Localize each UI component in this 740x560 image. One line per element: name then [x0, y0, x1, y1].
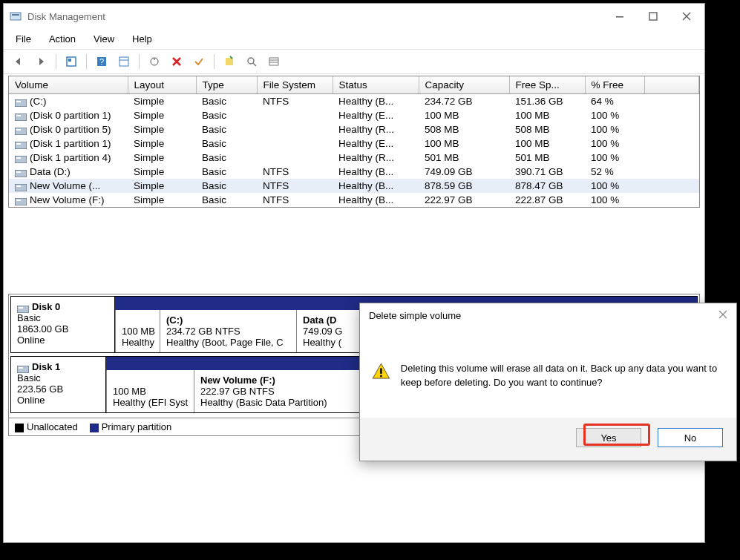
volume-icon	[15, 98, 27, 105]
svg-rect-15	[15, 113, 27, 121]
svg-rect-23	[15, 170, 27, 177]
new-icon[interactable]	[220, 53, 238, 70]
svg-rect-32	[19, 367, 23, 369]
dialog-close-icon[interactable]	[718, 309, 727, 321]
svg-rect-26	[16, 185, 21, 187]
svg-rect-21	[15, 156, 27, 163]
svg-rect-18	[16, 129, 21, 131]
app-icon	[10, 10, 22, 22]
volume-row[interactable]: (Disk 0 partition 5)SimpleBasicHealthy (…	[9, 122, 699, 136]
disk-state: Online	[17, 395, 45, 406]
action-icon[interactable]	[145, 53, 163, 70]
volume-icon	[15, 182, 27, 190]
menu-view[interactable]: View	[86, 30, 122, 47]
window-title: Disk Management	[27, 11, 603, 22]
svg-point-11	[248, 58, 254, 64]
svg-rect-19	[15, 142, 27, 149]
no-button[interactable]: No	[658, 428, 723, 447]
back-button[interactable]	[10, 53, 27, 70]
disk-management-window: Disk Management File Action View Help ? …	[3, 3, 705, 543]
partition[interactable]: Data (D749.09 GHealthy (	[296, 310, 350, 352]
svg-rect-16	[16, 115, 21, 116]
volume-row[interactable]: (C:)SimpleBasicNTFSHealthy (B...234.72 G…	[9, 94, 699, 109]
disk-name: Disk 0	[32, 301, 60, 312]
menu-file[interactable]: File	[8, 30, 39, 47]
svg-rect-3	[649, 13, 657, 20]
minimize-button[interactable]	[603, 5, 636, 27]
delete-icon[interactable]	[168, 53, 186, 70]
settings-icon[interactable]	[115, 53, 133, 70]
help-icon[interactable]: ?	[93, 53, 111, 70]
volume-table[interactable]: VolumeLayoutTypeFile SystemStatusCapacit…	[8, 76, 700, 208]
disk-kind: Basic	[17, 312, 41, 323]
disk-name: Disk 1	[32, 361, 60, 372]
svg-rect-17	[15, 128, 27, 135]
volume-row[interactable]: (Disk 1 partition 4)SimpleBasicHealthy (…	[9, 151, 699, 165]
svg-rect-28	[16, 200, 21, 201]
delete-volume-dialog: Delete simple volume Deleting this volum…	[359, 303, 737, 461]
legend-unallocated-swatch	[15, 424, 24, 432]
svg-rect-13	[15, 99, 27, 107]
partition[interactable]: 100 MBHealthy (EFI Syst	[106, 370, 194, 412]
svg-rect-20	[16, 143, 21, 145]
column-header[interactable]: Capacity	[419, 76, 509, 94]
svg-rect-24	[16, 171, 21, 173]
volume-icon	[15, 112, 27, 119]
menu-help[interactable]: Help	[125, 30, 160, 47]
svg-rect-12	[269, 58, 278, 65]
list-icon[interactable]	[265, 53, 283, 70]
disk-size: 1863.00 GB	[17, 323, 68, 335]
check-icon[interactable]	[190, 53, 208, 70]
menubar: File Action View Help	[4, 29, 704, 50]
disk-icon	[17, 364, 29, 372]
partition[interactable]: 100 MBHealthy	[115, 310, 160, 352]
forward-button[interactable]	[32, 53, 50, 70]
volume-icon	[15, 197, 27, 204]
dialog-message: Deleting this volume will erase all data…	[401, 362, 724, 390]
legend-unallocated-label: Unallocated	[27, 421, 78, 432]
svg-rect-1	[12, 14, 19, 16]
titlebar: Disk Management	[4, 4, 704, 29]
search-icon[interactable]	[243, 53, 261, 70]
svg-rect-2	[616, 16, 623, 18]
volume-row[interactable]: Data (D:)SimpleBasicNTFSHealthy (B...749…	[9, 165, 699, 179]
yes-button[interactable]: Yes	[576, 428, 641, 447]
volume-icon	[15, 154, 27, 162]
column-header[interactable]: Status	[333, 76, 419, 94]
svg-rect-14	[16, 101, 21, 102]
volume-row[interactable]: (Disk 0 partition 1)SimpleBasicHealthy (…	[9, 108, 699, 122]
svg-rect-22	[16, 157, 21, 159]
column-header[interactable]: Free Sp...	[509, 76, 585, 94]
volume-row[interactable]: New Volume (F:)SimpleBasicNTFSHealthy (B…	[9, 193, 699, 207]
volume-row[interactable]: (Disk 1 partition 1)SimpleBasicHealthy (…	[9, 136, 699, 151]
legend-primary-swatch	[90, 424, 99, 432]
volume-icon	[15, 168, 27, 176]
column-header[interactable]: File System	[257, 76, 333, 94]
svg-rect-5	[68, 59, 71, 62]
volume-icon	[15, 140, 27, 148]
legend-primary-label: Primary partition	[102, 421, 172, 432]
disk-kind: Basic	[17, 372, 41, 383]
dialog-title: Delete simple volume	[369, 310, 718, 321]
menu-action[interactable]: Action	[42, 30, 83, 47]
refresh-icon[interactable]	[62, 53, 80, 70]
warning-icon	[372, 363, 390, 389]
svg-rect-0	[10, 13, 21, 20]
volume-row[interactable]: New Volume (...SimpleBasicNTFSHealthy (B…	[9, 179, 699, 193]
svg-text:?: ?	[99, 57, 104, 66]
svg-rect-34	[380, 375, 382, 377]
svg-rect-30	[19, 307, 23, 309]
column-header[interactable]: Volume	[9, 76, 128, 94]
partition[interactable]: (C:)234.72 GB NTFSHealthy (Boot, Page Fi…	[160, 310, 296, 352]
close-button[interactable]	[669, 5, 703, 27]
disk-icon	[17, 304, 29, 312]
svg-rect-33	[380, 368, 382, 373]
maximize-button[interactable]	[636, 5, 669, 27]
column-header[interactable]: % Free	[585, 76, 644, 94]
toolbar: ?	[4, 50, 704, 74]
svg-rect-8	[119, 57, 128, 66]
volume-icon	[15, 126, 27, 134]
column-header[interactable]: Type	[196, 76, 257, 94]
disk-state: Online	[17, 335, 45, 346]
column-header[interactable]: Layout	[128, 76, 196, 94]
